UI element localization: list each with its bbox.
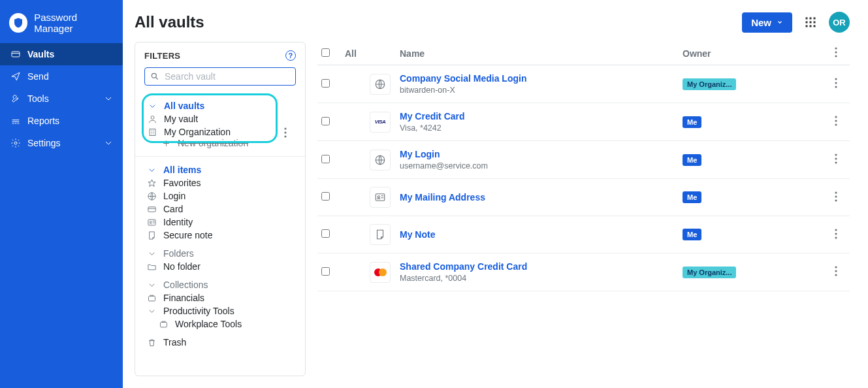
header-bar: All vaults New OR bbox=[135, 12, 850, 42]
select-all-checkbox[interactable] bbox=[321, 48, 330, 57]
filter-secure-note[interactable]: Secure note bbox=[144, 229, 296, 242]
row-more-button[interactable] bbox=[826, 191, 846, 204]
item-name-link[interactable]: Shared Company Credit Card bbox=[400, 261, 683, 272]
table-row: VISAMy Credit CardVisa, *4242Me bbox=[317, 103, 850, 141]
svg-point-46 bbox=[835, 270, 837, 272]
table-row: Company Social Media Loginbitwarden-on-X… bbox=[317, 65, 850, 103]
svg-point-31 bbox=[835, 120, 837, 121]
filter-productivity-label: Productivity Tools bbox=[163, 304, 234, 317]
filter-card[interactable]: Card bbox=[144, 202, 296, 216]
filter-trash-label: Trash bbox=[163, 336, 186, 349]
filter-trash[interactable]: Trash bbox=[144, 336, 296, 349]
svg-point-39 bbox=[835, 191, 837, 193]
item-name-link[interactable]: My Mailing Address bbox=[400, 192, 683, 202]
reports-icon bbox=[10, 116, 21, 126]
header-more-button[interactable] bbox=[826, 47, 846, 59]
svg-point-24 bbox=[835, 51, 837, 53]
row-more-button[interactable] bbox=[826, 229, 846, 241]
row-checkbox[interactable] bbox=[321, 192, 330, 201]
filter-collections[interactable]: Collections bbox=[144, 278, 296, 291]
avatar[interactable]: OR bbox=[829, 12, 850, 33]
svg-point-28 bbox=[835, 82, 837, 84]
item-name-link[interactable]: My Login bbox=[400, 149, 683, 159]
svg-rect-2 bbox=[806, 18, 808, 20]
item-name-link[interactable]: My Credit Card bbox=[400, 111, 683, 121]
nav-settings[interactable]: Settings bbox=[0, 132, 123, 154]
app-switcher-button[interactable] bbox=[801, 13, 820, 31]
svg-point-1 bbox=[14, 142, 17, 144]
row-more-button[interactable] bbox=[826, 154, 846, 166]
globe-icon bbox=[147, 191, 157, 201]
svg-rect-6 bbox=[810, 22, 812, 24]
filter-favorites-label: Favorites bbox=[163, 176, 201, 189]
row-checkbox[interactable] bbox=[321, 267, 330, 276]
row-more-button[interactable] bbox=[826, 266, 846, 278]
owner-badge: Me bbox=[683, 191, 701, 203]
table-body: Company Social Media Loginbitwarden-on-X… bbox=[317, 65, 850, 291]
filter-favorites[interactable]: Favorites bbox=[144, 176, 296, 189]
item-name-link[interactable]: Company Social Media Login bbox=[400, 73, 683, 84]
help-icon[interactable]: ? bbox=[285, 50, 296, 61]
search-input[interactable] bbox=[165, 71, 290, 82]
svg-point-40 bbox=[835, 195, 837, 197]
nav-vaults[interactable]: Vaults bbox=[0, 43, 123, 65]
svg-point-38 bbox=[378, 196, 379, 198]
svg-point-15 bbox=[284, 131, 286, 133]
filter-financials[interactable]: Financials bbox=[144, 291, 296, 304]
row-checkbox[interactable] bbox=[321, 155, 330, 163]
filter-workplace[interactable]: Workplace Tools bbox=[144, 317, 296, 331]
nav-send[interactable]: Send bbox=[0, 65, 123, 88]
filter-no-folder-label: No folder bbox=[163, 260, 201, 273]
chevron-down-icon bbox=[777, 19, 783, 25]
filters-tree: All vaults My vault My Organization New … bbox=[144, 93, 296, 349]
vault-more-button[interactable] bbox=[284, 127, 287, 140]
filter-my-org-label: My Organization bbox=[164, 125, 231, 138]
filter-productivity[interactable]: Productivity Tools bbox=[144, 304, 296, 317]
svg-point-23 bbox=[835, 47, 837, 49]
filter-login[interactable]: Login bbox=[144, 189, 296, 202]
filter-all-items[interactable]: All items bbox=[144, 163, 296, 176]
svg-rect-3 bbox=[810, 18, 812, 20]
row-checkbox[interactable] bbox=[321, 79, 330, 88]
svg-point-16 bbox=[284, 135, 286, 137]
search-field[interactable] bbox=[144, 67, 296, 86]
filter-no-folder[interactable]: No folder bbox=[144, 260, 296, 273]
owner-badge: My Organiz... bbox=[683, 267, 736, 278]
nav-reports[interactable]: Reports bbox=[0, 110, 123, 132]
table-header: All Name Owner bbox=[317, 42, 850, 65]
row-checkbox[interactable] bbox=[321, 229, 330, 238]
item-type-icon bbox=[370, 262, 391, 283]
separator bbox=[135, 156, 305, 157]
filter-my-vault[interactable]: My vault bbox=[145, 112, 272, 125]
filter-identity[interactable]: Identity bbox=[144, 216, 296, 229]
row-more-button[interactable] bbox=[826, 78, 846, 90]
svg-rect-22 bbox=[161, 322, 167, 327]
svg-point-34 bbox=[835, 154, 837, 155]
svg-point-42 bbox=[835, 229, 837, 231]
svg-rect-37 bbox=[376, 194, 385, 201]
new-button[interactable]: New bbox=[742, 12, 792, 33]
item-name-link[interactable]: My Note bbox=[400, 229, 683, 240]
search-icon bbox=[150, 72, 159, 81]
vault-icon bbox=[10, 49, 21, 59]
filter-all-vaults[interactable]: All vaults bbox=[145, 99, 272, 112]
filter-collections-label: Collections bbox=[163, 278, 208, 291]
left-nav: Password Manager Vaults Send Tools Repor… bbox=[0, 0, 123, 388]
row-checkbox[interactable] bbox=[321, 117, 330, 125]
svg-point-20 bbox=[150, 221, 152, 223]
chevron-down-icon bbox=[147, 280, 157, 290]
svg-point-45 bbox=[835, 266, 837, 268]
filter-folders[interactable]: Folders bbox=[144, 247, 296, 260]
svg-point-47 bbox=[835, 274, 837, 276]
svg-point-25 bbox=[835, 55, 837, 57]
filter-my-org[interactable]: My Organization bbox=[145, 125, 272, 138]
tools-icon bbox=[10, 93, 21, 104]
chevron-down-icon bbox=[147, 306, 157, 316]
item-type-icon bbox=[370, 187, 391, 208]
header-actions: New OR bbox=[742, 12, 850, 33]
row-more-button[interactable] bbox=[826, 116, 846, 128]
svg-rect-0 bbox=[12, 52, 20, 57]
filter-folders-label: Folders bbox=[163, 247, 194, 260]
nav-tools[interactable]: Tools bbox=[0, 88, 123, 110]
svg-rect-9 bbox=[810, 25, 812, 27]
